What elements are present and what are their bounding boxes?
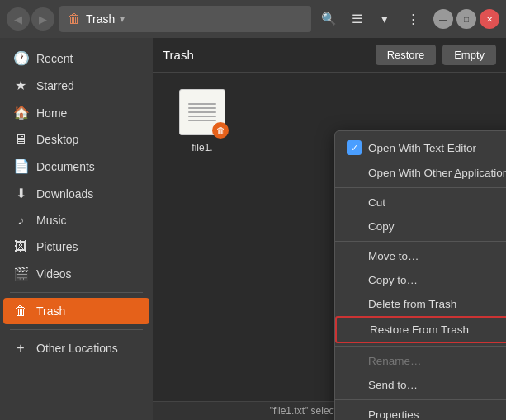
- titlebar: ◀ ▶ 🗑 Trash ▾ 🔍 ☰ ▾ ⋮ — □ ✕: [0, 0, 506, 38]
- forward-button[interactable]: ▶: [31, 7, 54, 31]
- menu-label: Open With Text Editor: [368, 142, 476, 154]
- documents-icon: 📄: [13, 158, 28, 174]
- file-line: [188, 120, 216, 121]
- file-line: [188, 107, 216, 109]
- sidebar-item-label: Trash: [36, 304, 65, 318]
- sidebar-separator2: [10, 329, 143, 330]
- check-icon: ✓: [347, 140, 362, 155]
- menu-label: Move to…: [368, 250, 419, 262]
- sidebar-item-label: Other Locations: [36, 342, 118, 355]
- minimize-button[interactable]: —: [433, 9, 453, 29]
- file-icon-lines: [183, 98, 221, 126]
- nav-buttons: ◀ ▶: [7, 7, 54, 31]
- menu-separator: [335, 241, 506, 242]
- sidebar-item-pictures[interactable]: 🖼 Pictures: [3, 234, 149, 260]
- menu-label: Properties: [368, 408, 419, 420]
- menu-separator: [335, 399, 506, 400]
- location-bar[interactable]: 🗑 Trash ▾: [59, 6, 311, 32]
- file-trash-badge: 🗑: [212, 122, 229, 139]
- sidebar-item-trash[interactable]: 🗑 Trash: [3, 298, 149, 324]
- location-title: Trash: [86, 12, 115, 26]
- close-button[interactable]: ✕: [480, 9, 499, 29]
- menu-item-restore-from-trash[interactable]: Restore From Trash: [335, 316, 506, 343]
- menu-label: Delete from Trash: [368, 298, 456, 310]
- file-icon-wrapper: 🗑: [179, 89, 225, 135]
- chevron-down-icon: ▾: [120, 13, 125, 25]
- menu-label: Restore From Trash: [370, 323, 469, 336]
- menu-button[interactable]: ⋮: [400, 7, 425, 31]
- sidebar-item-label: Videos: [36, 267, 72, 281]
- content-title: Trash: [163, 48, 369, 62]
- trash-icon: 🗑: [13, 304, 28, 319]
- sidebar-item-label: Music: [36, 214, 67, 227]
- sidebar-item-label: Pictures: [36, 240, 78, 253]
- file-line: [188, 111, 216, 113]
- empty-button[interactable]: Empty: [442, 45, 496, 65]
- menu-label: Send to…: [368, 379, 418, 391]
- sidebar-item-desktop[interactable]: 🖥 Desktop: [3, 126, 149, 153]
- restore-button[interactable]: Restore: [376, 45, 437, 65]
- recent-icon: 🕐: [13, 50, 28, 66]
- menu-label: Copy: [368, 220, 395, 233]
- sidebar-item-label: Desktop: [36, 133, 78, 146]
- menu-label: Cut: [368, 196, 385, 209]
- menu-separator: [335, 187, 506, 188]
- file-line: [188, 103, 216, 105]
- desktop-icon: 🖥: [13, 132, 28, 147]
- menu-item-rename: Rename… F2: [335, 349, 506, 373]
- music-icon: ♪: [13, 213, 28, 228]
- add-icon: +: [13, 341, 28, 356]
- menu-item-delete[interactable]: Delete from Trash Delete: [335, 292, 506, 316]
- trash-location-icon: 🗑: [68, 12, 81, 26]
- window-controls: — □ ✕: [433, 9, 499, 29]
- content-panel: Trash Restore Empty �: [153, 38, 506, 420]
- home-icon: 🏠: [13, 105, 28, 120]
- list-view-button[interactable]: ☰: [344, 7, 369, 31]
- file-item[interactable]: 🗑 file1.: [169, 89, 235, 153]
- sidebar-separator: [10, 292, 143, 293]
- sidebar-item-documents[interactable]: 📄 Documents: [3, 153, 149, 180]
- menu-item-send-to[interactable]: Send to…: [335, 373, 506, 397]
- sidebar-item-recent[interactable]: 🕐 Recent: [3, 45, 149, 72]
- pictures-icon: 🖼: [13, 239, 28, 254]
- menu-label: Rename…: [368, 355, 422, 367]
- sidebar-item-label: Home: [36, 106, 67, 120]
- sidebar-item-label: Starred: [36, 79, 74, 92]
- sidebar-item-home[interactable]: 🏠 Home: [3, 99, 149, 126]
- menu-item-copy-to[interactable]: Copy to…: [335, 268, 506, 292]
- sidebar-item-videos[interactable]: 🎬 Videos: [3, 260, 149, 287]
- menu-item-open-other[interactable]: Open With Other Application: [335, 161, 506, 185]
- content-toolbar: Trash Restore Empty: [153, 38, 506, 73]
- content-area: 🗑 file1. ✓ Open With Text Editor Return …: [153, 73, 506, 401]
- starred-icon: ★: [13, 78, 28, 93]
- menu-item-copy[interactable]: Copy Ctrl+C: [335, 215, 506, 238]
- menu-item-properties[interactable]: Properties Ctrl+I: [335, 403, 506, 420]
- sidebar-item-music[interactable]: ♪ Music: [3, 207, 149, 234]
- sidebar-item-label: Downloads: [36, 187, 93, 201]
- main-layout: 🕐 Recent ★ Starred 🏠 Home 🖥 Desktop 📄 Do…: [0, 38, 506, 420]
- downloads-icon: ⬇: [13, 186, 28, 201]
- menu-label: Open With Other Application: [368, 167, 506, 179]
- menu-item-move-to[interactable]: Move to…: [335, 244, 506, 268]
- back-button[interactable]: ◀: [7, 7, 30, 31]
- file-name: file1.: [192, 142, 212, 153]
- sidebar: 🕐 Recent ★ Starred 🏠 Home 🖥 Desktop 📄 Do…: [0, 38, 153, 420]
- sidebar-item-label: Recent: [36, 52, 73, 65]
- search-button[interactable]: 🔍: [316, 7, 341, 31]
- maximize-button[interactable]: □: [456, 9, 476, 29]
- menu-item-cut[interactable]: Cut Ctrl+X: [335, 191, 506, 215]
- menu-item-open-text-editor[interactable]: ✓ Open With Text Editor Return: [335, 134, 506, 161]
- view-options-button[interactable]: ▾: [372, 7, 397, 31]
- sidebar-item-label: Documents: [36, 160, 95, 173]
- titlebar-actions: 🔍 ☰ ▾ ⋮: [316, 7, 425, 31]
- videos-icon: 🎬: [13, 266, 28, 281]
- menu-separator: [335, 346, 506, 347]
- menu-label: Copy to…: [368, 274, 418, 286]
- sidebar-item-starred[interactable]: ★ Starred: [3, 72, 149, 99]
- sidebar-item-downloads[interactable]: ⬇ Downloads: [3, 180, 149, 207]
- file-line: [188, 116, 216, 117]
- context-menu: ✓ Open With Text Editor Return Open With…: [334, 130, 506, 420]
- sidebar-item-other-locations[interactable]: + Other Locations: [3, 335, 149, 361]
